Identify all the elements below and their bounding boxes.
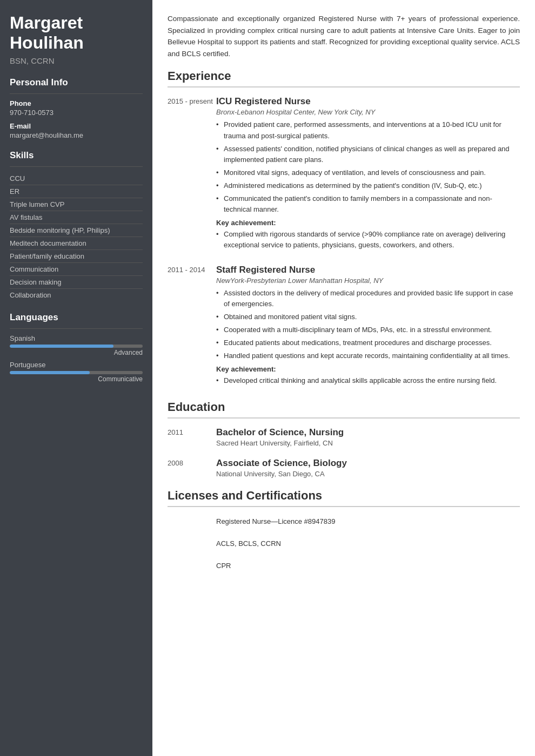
skill-item: ER bbox=[10, 185, 143, 198]
entry-content: Associate of Science, BiologyNational Un… bbox=[216, 458, 520, 478]
skill-item: Meditech documentation bbox=[10, 237, 143, 250]
language-bar-fill bbox=[10, 371, 90, 374]
key-achievement-bullets: Complied with rigorous standards of serv… bbox=[216, 229, 520, 251]
entry-content: ICU Registered NurseBronx-Lebanon Hospit… bbox=[216, 96, 520, 253]
experience-entries: 2015 - presentICU Registered NurseBronx-… bbox=[168, 96, 520, 389]
skill-item: Triple lumen CVP bbox=[10, 198, 143, 211]
entry-date: 2015 - present bbox=[168, 96, 216, 253]
education-section: Education 2011Bachelor of Science, Nursi… bbox=[168, 400, 520, 478]
key-achievement-label: Key achievement: bbox=[216, 365, 520, 373]
entry-degree-title: Associate of Science, Biology bbox=[216, 458, 520, 469]
entry-content: Bachelor of Science, NursingSacred Heart… bbox=[216, 427, 520, 447]
skill-item: Communication bbox=[10, 263, 143, 276]
education-entries: 2011Bachelor of Science, NursingSacred H… bbox=[168, 427, 520, 478]
skills-list: CCUERTriple lumen CVPAV fistulasBedside … bbox=[10, 172, 143, 301]
license-item: ACLS, BCLS, CCRN bbox=[168, 538, 520, 549]
bullet-item: Developed critical thinking and analytic… bbox=[216, 375, 520, 386]
bullet-item: Communicated the patient's condition to … bbox=[216, 193, 520, 215]
license-item: Registered Nurse—Licence #8947839 bbox=[168, 516, 520, 527]
main-content: Compassionate and exceptionally organize… bbox=[152, 0, 535, 756]
divider-personal bbox=[10, 93, 143, 94]
divider-skills bbox=[10, 166, 143, 167]
language-bar-bg bbox=[10, 371, 143, 374]
bullet-item: Cooperated with a multi-disciplinary tea… bbox=[216, 325, 520, 335]
bullet-item: Administered medications as determined b… bbox=[216, 180, 520, 191]
license-spacer bbox=[168, 538, 216, 549]
skills-title: Skills bbox=[10, 150, 143, 161]
language-bar-fill bbox=[10, 345, 113, 348]
sidebar: Margaret Houlihan BSN, CCRN Personal Inf… bbox=[0, 0, 152, 756]
language-bar-bg bbox=[10, 345, 143, 348]
license-spacer bbox=[168, 516, 216, 527]
entry-institution: Sacred Heart University, Fairfield, CN bbox=[216, 439, 520, 447]
divider-licenses bbox=[168, 506, 520, 507]
summary-text: Compassionate and exceptionally organize… bbox=[168, 13, 520, 59]
bullet-item: Educated patients about medications, tre… bbox=[216, 338, 520, 348]
bullet-item: Handled patient questions and kept accur… bbox=[216, 350, 520, 361]
education-title: Education bbox=[168, 400, 520, 414]
divider-experience bbox=[168, 86, 520, 87]
skill-item: Decision making bbox=[10, 276, 143, 289]
email-value: margaret@houlihan.me bbox=[10, 131, 143, 139]
license-text: Registered Nurse—Licence #8947839 bbox=[216, 516, 335, 527]
entry-degree-title: Bachelor of Science, Nursing bbox=[216, 427, 520, 438]
skill-item: Collaboration bbox=[10, 289, 143, 301]
divider-education bbox=[168, 417, 520, 418]
skill-item: AV fistulas bbox=[10, 211, 143, 224]
license-text: ACLS, BCLS, CCRN bbox=[216, 538, 281, 549]
phone-label: Phone bbox=[10, 99, 143, 107]
entry-institution: National University, San Diego, CA bbox=[216, 470, 520, 478]
entry-job-title: ICU Registered Nurse bbox=[216, 96, 520, 107]
skill-item: CCU bbox=[10, 172, 143, 185]
key-achievement-bullets: Developed critical thinking and analytic… bbox=[216, 375, 520, 386]
email-label: E-mail bbox=[10, 122, 143, 130]
language-item: PortugueseCommunicative bbox=[10, 361, 143, 383]
languages-list: SpanishAdvancedPortugueseCommunicative bbox=[10, 334, 143, 383]
license-text: CPR bbox=[216, 560, 231, 571]
licenses-list: Registered Nurse—Licence #8947839ACLS, B… bbox=[168, 516, 520, 571]
bullet-item: Assisted doctors in the delivery of medi… bbox=[216, 288, 520, 309]
bullet-item: Obtained and monitored patient vital sig… bbox=[216, 312, 520, 322]
entry-date: 2008 bbox=[168, 458, 216, 478]
entry-date: 2011 - 2014 bbox=[168, 265, 216, 389]
language-name: Spanish bbox=[10, 334, 143, 342]
license-item: CPR bbox=[168, 560, 520, 571]
key-achievement-label: Key achievement: bbox=[216, 219, 520, 227]
entry-employer: Bronx-Lebanon Hospital Center, New York … bbox=[216, 108, 520, 116]
language-name: Portuguese bbox=[10, 361, 143, 369]
entry-date: 2011 bbox=[168, 427, 216, 447]
entry-bullets: Provided patient care, performed assessm… bbox=[216, 119, 520, 215]
licenses-title: Licenses and Certifications bbox=[168, 489, 520, 503]
language-item: SpanishAdvanced bbox=[10, 334, 143, 356]
phone-value: 970-710-0573 bbox=[10, 109, 143, 117]
entry-content: Staff Registered NurseNewYork-Presbyteri… bbox=[216, 265, 520, 389]
candidate-name: Margaret Houlihan bbox=[10, 13, 143, 53]
entry-bullets: Assisted doctors in the delivery of medi… bbox=[216, 288, 520, 362]
personal-info-title: Personal Info bbox=[10, 77, 143, 88]
language-level: Advanced bbox=[10, 349, 143, 356]
bullet-item: Monitored vital signs, adequacy of venti… bbox=[216, 167, 520, 178]
bullet-item: Provided patient care, performed assessm… bbox=[216, 119, 520, 141]
language-level: Communicative bbox=[10, 375, 143, 383]
experience-entry: 2015 - presentICU Registered NurseBronx-… bbox=[168, 96, 520, 253]
skill-item: Patient/family education bbox=[10, 250, 143, 263]
divider-languages bbox=[10, 328, 143, 329]
experience-section: Experience 2015 - presentICU Registered … bbox=[168, 69, 520, 389]
entry-employer: NewYork-Presbyterian Lower Manhattan Hos… bbox=[216, 276, 520, 285]
education-entry: 2008Associate of Science, BiologyNationa… bbox=[168, 458, 520, 478]
bullet-item: Assessed patients' condition, notified p… bbox=[216, 144, 520, 165]
experience-title: Experience bbox=[168, 69, 520, 83]
languages-title: Languages bbox=[10, 312, 143, 323]
candidate-credentials: BSN, CCRN bbox=[10, 56, 143, 65]
licenses-section: Licenses and Certifications Registered N… bbox=[168, 489, 520, 571]
license-spacer bbox=[168, 560, 216, 571]
experience-entry: 2011 - 2014Staff Registered NurseNewYork… bbox=[168, 265, 520, 389]
entry-job-title: Staff Registered Nurse bbox=[216, 265, 520, 275]
education-entry: 2011Bachelor of Science, NursingSacred H… bbox=[168, 427, 520, 447]
bullet-item: Complied with rigorous standards of serv… bbox=[216, 229, 520, 251]
skill-item: Bedside monitoring (HP, Philips) bbox=[10, 224, 143, 237]
